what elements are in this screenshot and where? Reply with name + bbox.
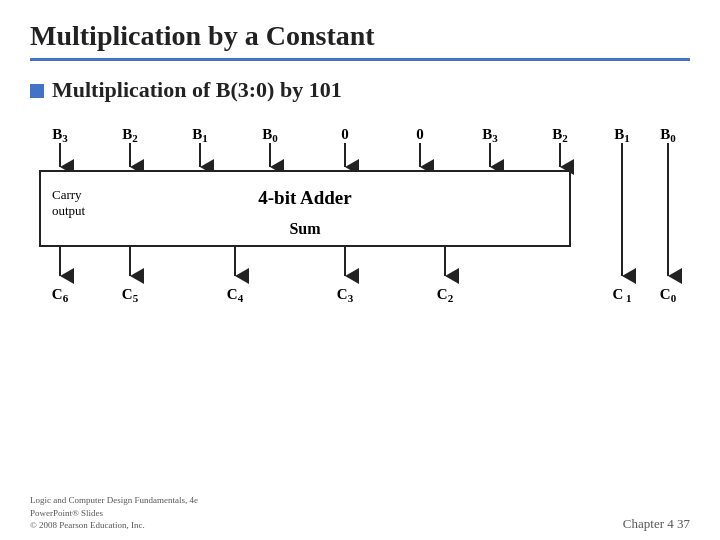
label-C5: C5 xyxy=(122,286,139,304)
bullet-icon xyxy=(30,84,44,98)
adder-title-text: 4-bit Adder xyxy=(258,187,352,208)
footer: Logic and Computer Design Fundamentals, … xyxy=(30,494,690,532)
label-B3b: B3 xyxy=(482,126,498,144)
page-title: Multiplication by a Constant xyxy=(30,20,690,52)
sum-label-text: Sum xyxy=(289,220,321,237)
label-zero1: 0 xyxy=(341,126,349,142)
label-B1b: B1 xyxy=(614,126,630,144)
footer-right: Chapter 4 37 xyxy=(623,516,690,532)
carry-label: Carry xyxy=(52,187,82,202)
label-C4: C4 xyxy=(227,286,244,304)
footer-left: Logic and Computer Design Fundamentals, … xyxy=(30,494,198,532)
label-C1: C 1 xyxy=(612,286,631,304)
label-B0: B0 xyxy=(262,126,278,144)
label-B1: B1 xyxy=(192,126,208,144)
subtitle-row: Multiplication of B(3:0) by 101 xyxy=(30,77,690,103)
page: Multiplication by a Constant Multiplicat… xyxy=(0,0,720,540)
label-B3: B3 xyxy=(52,126,68,144)
diagram: B3 B2 B1 B0 0 0 B3 B2 B1 B0 xyxy=(30,121,690,351)
label-B0b: B0 xyxy=(660,126,676,144)
subtitle: Multiplication of B(3:0) by 101 xyxy=(52,77,342,103)
label-C6: C6 xyxy=(52,286,69,304)
label-C3: C3 xyxy=(337,286,354,304)
label-B2: B2 xyxy=(122,126,138,144)
blue-divider xyxy=(30,58,690,61)
label-C2: C2 xyxy=(437,286,454,304)
label-C0: C0 xyxy=(660,286,677,304)
label-B2b: B2 xyxy=(552,126,568,144)
label-zero2: 0 xyxy=(416,126,424,142)
output-label: output xyxy=(52,203,86,218)
